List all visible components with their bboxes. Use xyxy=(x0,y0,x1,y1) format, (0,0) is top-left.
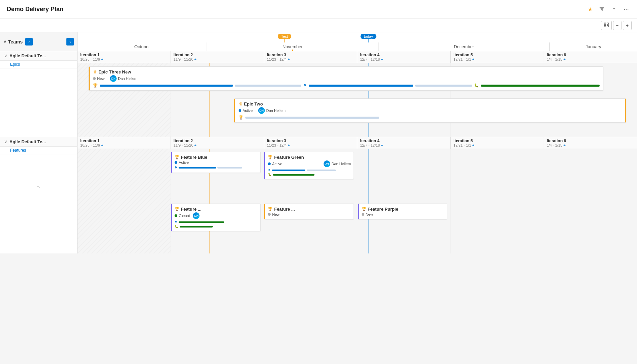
iter-epics-4-plus[interactable]: + xyxy=(381,57,383,61)
iter-feat-4-plus[interactable]: + xyxy=(381,143,383,147)
feat-closed-bars2: 🐛 xyxy=(175,225,257,228)
feat-green-bars1: ⚑ xyxy=(268,169,351,172)
status-dot-active-two xyxy=(239,109,241,112)
epics-backlog-link[interactable]: Epics xyxy=(0,61,77,68)
iter-feat-6-plus[interactable]: + xyxy=(564,143,566,147)
iter-feat-1-dates: 10/26 - 11/6 + xyxy=(80,143,168,147)
team-epics-collapse-icon[interactable]: ∨ xyxy=(4,53,7,58)
feat-blue-bar-icon: ⚑ xyxy=(175,166,177,169)
iter-feat-4-name: Iteration 4 xyxy=(360,139,448,143)
feat-blue-title: Feature Blue xyxy=(181,155,207,160)
feat-purple-title: Feature Purple xyxy=(368,207,398,212)
trophy-feat-closed: 🏆 xyxy=(175,207,179,211)
markers-row: Test today xyxy=(78,32,637,42)
iter-epics-2-dates: 11/9 - 11/20 + xyxy=(174,57,261,61)
team-epics-name: Agile Default Te... xyxy=(9,53,46,58)
features-backlog-link[interactable]: Features xyxy=(0,147,77,154)
iter-feat-5-plus[interactable]: + xyxy=(472,143,474,147)
team-epics-row: ∨ Agile Default Te... Epics Iteration 1 … xyxy=(0,51,637,137)
filter-icon[interactable] xyxy=(598,5,606,14)
trophy-feat-purple: 🏆 xyxy=(362,207,366,211)
iter-icon: ⚑ xyxy=(303,83,307,88)
team-features-collapse-icon[interactable]: ∨ xyxy=(4,139,7,144)
team-epics-header: ∨ Agile Default Te... xyxy=(0,51,77,61)
feat-closed-bug: 🐛 xyxy=(175,225,178,228)
status-dot-new xyxy=(93,77,96,80)
feat-purple-status-text: New xyxy=(366,212,373,216)
iter-epics-6: Iteration 6 1/4 - 1/15 + xyxy=(544,51,637,63)
cursor-indicator: ↖ xyxy=(37,185,40,189)
feat-green-bar3 xyxy=(273,174,314,176)
feat-green-status-text: Active xyxy=(272,162,282,166)
epic-two-card[interactable]: ♛ Epic Two Active DH xyxy=(234,98,626,123)
collapse-icon[interactable] xyxy=(610,5,618,14)
iter-epics-3: Iteration 3 11/23 - 12/4 + xyxy=(264,51,358,63)
epic-three-avatar: DH xyxy=(110,75,117,82)
feature-purple-card[interactable]: 🏆 Feature Purple New xyxy=(358,204,448,219)
feat-green-status: Active xyxy=(268,162,282,166)
feat-purple-status: New xyxy=(362,212,445,216)
feature-new2-card[interactable]: 🏆 Feature ... New xyxy=(264,204,354,219)
iter-epics-1-dates: 10/26 - 11/6 + xyxy=(80,57,168,61)
team-section-epics: ∨ Agile Default Te... Epics Iteration 1 … xyxy=(0,51,637,137)
epic-three-card[interactable]: ♛ Epic Three New New DH xyxy=(89,66,603,91)
iter-epics-6-plus[interactable]: + xyxy=(564,57,566,61)
epics-content: ♛ Epic Three New New DH xyxy=(78,63,637,137)
month-dec: December xyxy=(378,42,550,51)
feat-bg-3 xyxy=(357,149,451,253)
fit-button[interactable] xyxy=(601,21,612,30)
month-jan: January xyxy=(550,42,637,51)
iter-epics-5-dates: 12/21 - 1/1 + xyxy=(453,57,541,61)
feat-blue-dot xyxy=(175,161,177,164)
feat-bg-4 xyxy=(451,149,544,253)
iter-feat-3: Iteration 3 11/23 - 12/4 + xyxy=(264,137,358,149)
iter-epics-5-plus[interactable]: + xyxy=(472,57,474,61)
feat-green-bar2 xyxy=(307,170,336,171)
feat-green-assignee: DH Dan Hellem xyxy=(324,160,351,167)
iter-epics-3-plus[interactable]: + xyxy=(287,57,290,61)
feat-green-bar1 xyxy=(272,170,305,171)
feat-new2-status: New xyxy=(268,212,351,216)
team-epics-left: ∨ Agile Default Te... Epics xyxy=(0,51,78,137)
iter-feat-1-plus[interactable]: + xyxy=(101,143,103,147)
more-icon[interactable]: ⋯ xyxy=(622,5,630,14)
epic-three-meta: New DH Dan Hellem xyxy=(93,75,600,82)
iter-epics-6-dates: 1/4 - 1/15 + xyxy=(547,57,634,61)
trophy-feat-green: 🏆 xyxy=(268,155,273,159)
svg-rect-1 xyxy=(607,23,608,24)
iter-feat-4-dates: 12/7 - 12/18 + xyxy=(360,143,448,147)
epic-three-bars: 🏆 ⚑ 🐛 xyxy=(93,83,600,88)
teams-collapse-icon[interactable]: ∨ xyxy=(3,39,7,44)
feat-new2-dot xyxy=(268,213,271,216)
feature-green-card[interactable]: 🏆 Feature Green Active DH xyxy=(264,152,354,179)
iter-feat-3-plus[interactable]: + xyxy=(287,143,290,147)
trophy-feat-new2: 🏆 xyxy=(268,207,273,211)
trophy-icon-three: 🏆 xyxy=(93,83,98,88)
feature-blue-card[interactable]: 🏆 Feature Blue Active ⚑ xyxy=(171,152,261,173)
iter-epics-2-plus[interactable]: + xyxy=(194,57,196,61)
feat-bg-cells xyxy=(78,149,637,253)
iter-epics-4-dates: 12/7 - 12/18 + xyxy=(360,57,448,61)
nav-right-button[interactable]: › xyxy=(66,38,74,46)
epic-two-title: Epic Two xyxy=(244,101,263,107)
feat-green-title: Feature Green xyxy=(274,155,304,160)
epic-three-assignee-name: Dan Hellem xyxy=(118,77,137,81)
zoom-out-button[interactable]: − xyxy=(613,21,622,30)
scroll-area[interactable]: ∨ Teams ‹ › Test today xyxy=(0,32,637,364)
feat-green-avatar: DH xyxy=(324,160,330,167)
zoom-in-button[interactable]: + xyxy=(623,21,632,30)
iter-epics-1-plus[interactable]: + xyxy=(101,57,103,61)
nav-left-button[interactable]: ‹ xyxy=(25,38,33,46)
toolbar: − + xyxy=(0,19,637,32)
iter-feat-2-plus[interactable]: + xyxy=(194,143,196,147)
feat-blue-bars: ⚑ xyxy=(175,166,257,169)
iter-feat-1: Iteration 1 10/26 - 11/6 + xyxy=(78,137,171,149)
feat-new2-title: Feature ... xyxy=(274,207,295,212)
feature-closed-card[interactable]: 🏆 Feature ... Closed DH ⚑ xyxy=(171,204,261,231)
team-section-features: ∨ Agile Default Te... Features ↖ xyxy=(0,137,637,253)
bug-icon: 🐛 xyxy=(474,83,479,88)
star-icon[interactable]: ★ xyxy=(586,5,594,14)
iter-epics-2-name: Iteration 2 xyxy=(174,53,261,57)
feat-blue-status: Active xyxy=(175,160,257,164)
month-nov: November xyxy=(207,42,378,51)
